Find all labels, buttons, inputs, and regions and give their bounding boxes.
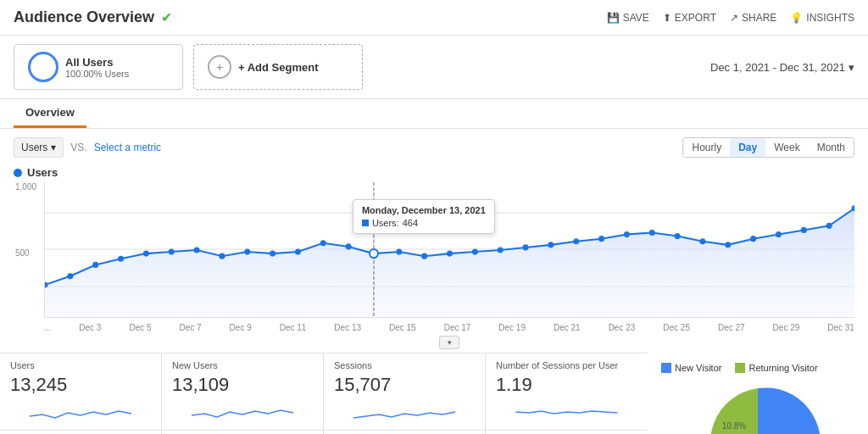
- hourly-button[interactable]: Hourly: [683, 138, 730, 157]
- tooltip-metric-label: Users:: [372, 218, 399, 228]
- tooltip-metric-value: 464: [403, 218, 418, 228]
- export-icon: ⬆: [663, 12, 671, 24]
- tabs-row: Overview: [0, 99, 868, 129]
- legend-returning-visitor: Returning Visitor: [735, 363, 817, 373]
- page-header: Audience Overview ✔ 💾 SAVE ⬆ EXPORT ↗ SH…: [0, 0, 868, 36]
- svg-point-7: [143, 251, 149, 257]
- legend-dot-new: [661, 363, 671, 373]
- svg-point-33: [801, 227, 807, 233]
- metric-users-sparkline: [10, 399, 151, 423]
- svg-point-17: [396, 248, 402, 254]
- svg-point-37: [370, 249, 378, 258]
- svg-point-18: [421, 253, 427, 259]
- header-right: 💾 SAVE ⬆ EXPORT ↗ SHARE 💡 INSIGHTS: [607, 12, 854, 24]
- chart-scroll-btn[interactable]: ▾: [44, 336, 854, 349]
- svg-point-5: [92, 262, 98, 268]
- svg-point-13: [295, 248, 301, 254]
- svg-point-31: [750, 236, 756, 242]
- y-axis: 1,000 500: [15, 182, 36, 314]
- segment-sub: 100.00% Users: [65, 69, 129, 79]
- segment-circle: [28, 52, 58, 82]
- metric-sessions-label: Sessions: [334, 360, 475, 370]
- svg-point-22: [523, 244, 529, 250]
- metric-pageviews: Pageviews 50,652: [0, 431, 162, 434]
- time-period-buttons: Hourly Day Week Month: [682, 137, 854, 158]
- share-button[interactable]: ↗ SHARE: [730, 12, 776, 24]
- chart-title: Users: [14, 166, 854, 179]
- legend-returning-label: Returning Visitor: [748, 363, 817, 373]
- pie-legend: New Visitor Returning Visitor: [661, 363, 854, 373]
- chart-dot: [14, 169, 22, 177]
- svg-point-12: [270, 251, 275, 257]
- vs-label: VS.: [70, 142, 86, 153]
- pie-section: New Visitor Returning Visitor 89.2% 10.8…: [648, 353, 868, 434]
- x-axis-labels: ... Dec 3 Dec 5 Dec 7 Dec 9 Dec 11 Dec 1…: [44, 321, 854, 334]
- controls-left: Users ▾ VS. Select a metric: [14, 137, 161, 158]
- svg-point-21: [498, 247, 504, 253]
- tooltip-value: Users: 464: [362, 218, 486, 228]
- svg-point-19: [447, 251, 453, 257]
- legend-new-visitor: New Visitor: [661, 363, 721, 373]
- metric-dropdown[interactable]: Users ▾: [14, 137, 64, 158]
- add-segment-circle: +: [208, 55, 231, 79]
- svg-point-4: [67, 273, 73, 279]
- metric-chevron: ▾: [51, 142, 56, 153]
- metric-new-users-sparkline: [172, 399, 313, 423]
- insights-icon: 💡: [790, 12, 803, 24]
- metric-users-label: Users: [10, 360, 151, 370]
- legend-dot-returning: [735, 363, 745, 373]
- metric-users: Users 13,245: [0, 353, 162, 430]
- svg-point-29: [699, 238, 705, 244]
- svg-point-9: [194, 247, 200, 253]
- segment-info: All Users 100.00% Users: [65, 56, 129, 79]
- export-button[interactable]: ⬆ EXPORT: [663, 12, 716, 24]
- svg-point-34: [826, 223, 832, 229]
- page-title: Audience Overview: [14, 8, 154, 26]
- pie-chart-container: 89.2% 10.8%: [661, 380, 854, 434]
- svg-point-8: [169, 248, 175, 254]
- legend-new-label: New Visitor: [675, 363, 721, 373]
- add-segment-button[interactable]: + + Add Segment: [193, 44, 363, 90]
- svg-point-24: [573, 238, 579, 244]
- metric-label: Users: [21, 142, 47, 153]
- tab-overview[interactable]: Overview: [14, 99, 86, 128]
- svg-point-20: [472, 248, 478, 254]
- segment-all-users[interactable]: All Users 100.00% Users: [14, 44, 183, 90]
- metric-sessions-sparkline: [334, 399, 475, 423]
- scroll-icon[interactable]: ▾: [439, 336, 459, 349]
- metric-new-users: New Users 13,109: [162, 353, 324, 430]
- svg-point-28: [675, 233, 681, 239]
- save-button[interactable]: 💾 SAVE: [607, 12, 649, 24]
- metric-sessions-per-user-value: 1.19: [496, 374, 637, 396]
- month-button[interactable]: Month: [809, 138, 854, 157]
- svg-point-32: [776, 231, 782, 237]
- header-left: Audience Overview ✔: [14, 8, 172, 26]
- metric-sessions-value: 15,707: [334, 374, 475, 396]
- bottom-metrics: Users 13,245 New Users 13,109 Sess: [0, 353, 648, 434]
- tooltip-square: [362, 220, 369, 226]
- svg-point-25: [598, 236, 604, 242]
- metric-pages-per-session: Pages / Session 3.22: [162, 431, 324, 434]
- svg-point-23: [548, 242, 554, 248]
- week-button[interactable]: Week: [765, 138, 808, 157]
- day-button[interactable]: Day: [730, 138, 765, 157]
- metric-sessions: Sessions 15,707: [324, 353, 486, 430]
- svg-point-26: [624, 231, 630, 237]
- svg-point-10: [219, 253, 225, 259]
- metrics-row-1: Users 13,245 New Users 13,109 Sess: [0, 353, 648, 431]
- add-segment-label: + Add Segment: [238, 61, 319, 74]
- metrics-row-2: Pageviews 50,652 Pages / Session 3.22: [0, 431, 648, 434]
- chart-container: Monday, December 13, 2021 Users: 464: [44, 182, 854, 318]
- svg-point-11: [244, 248, 250, 254]
- metric-bounce-rate: Bounce Rate 4.51%: [486, 431, 648, 434]
- pie-chart-svg: 89.2% 10.8%: [682, 380, 834, 434]
- date-range-chevron: ▾: [849, 61, 854, 74]
- chart-area: Users 1,000 500: [0, 166, 868, 349]
- bottom-section: Users 13,245 New Users 13,109 Sess: [0, 353, 868, 434]
- save-icon: 💾: [607, 12, 620, 24]
- insights-button[interactable]: 💡 INSIGHTS: [790, 12, 854, 24]
- svg-point-27: [649, 230, 655, 236]
- select-metric-link[interactable]: Select a metric: [94, 142, 161, 153]
- date-range-picker[interactable]: Dec 1, 2021 - Dec 31, 2021 ▾: [710, 61, 854, 74]
- date-range-text: Dec 1, 2021 - Dec 31, 2021: [710, 61, 845, 74]
